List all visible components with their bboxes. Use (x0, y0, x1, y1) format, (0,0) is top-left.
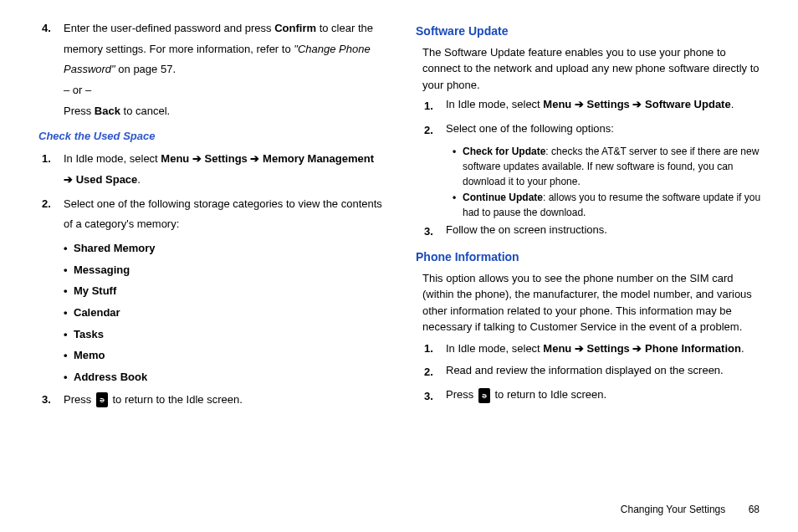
bullet-icon: • (64, 325, 74, 345)
step-number: 4. (42, 18, 64, 121)
list-item: 1. In Idle mode, select Menu ➔ Settings … (42, 149, 382, 190)
text: Enter the user-defined password and pres… (64, 22, 274, 34)
text-bold: Back (95, 105, 120, 117)
bullet-icon: • (64, 367, 74, 388)
text-bold: Phone Information (645, 342, 741, 355)
step-text: Enter the user-defined password and pres… (64, 18, 382, 121)
left-column: 4. Enter the user-defined password and p… (33, 17, 382, 494)
text: In Idle mode, select (446, 98, 543, 110)
arrow-icon: ➔ (632, 98, 642, 110)
bullet-item: •Address Book (64, 367, 382, 388)
text-bold: Software Update (645, 98, 731, 110)
list-item: 3. Follow the on screen instructions. (424, 222, 765, 243)
bullet-text: Calendar (74, 303, 382, 324)
step-text: Press ə to return to the Idle screen. (64, 390, 382, 411)
step-number: 3. (42, 390, 64, 411)
bullet-icon: • (64, 260, 74, 281)
step-text: Select one of the following storage cate… (64, 194, 382, 235)
footer-section: Changing Your Settings (621, 504, 725, 515)
list-item: 2. Select one of the following storage c… (42, 194, 382, 235)
text-bold: Check for Update (463, 146, 545, 157)
text-bold: Continue Update (463, 192, 543, 203)
bullet-text: Memo (74, 345, 382, 366)
arrow-icon: ➔ (632, 342, 642, 355)
step-text: Press ə to return to Idle screen. (446, 386, 765, 407)
text: Press Back to cancel. (64, 101, 382, 122)
bullet-item: •Tasks (64, 325, 382, 345)
bullet-text: Messaging (74, 260, 382, 281)
text-bold: Used Space (76, 173, 138, 186)
step-number: 3. (424, 222, 446, 243)
page-container: 4. Enter the user-defined password and p… (0, 0, 798, 494)
text-bold: Menu (543, 342, 571, 355)
bullet-item: • Check for Update: checks the AT&T serv… (453, 144, 765, 189)
step-text: In Idle mode, select Menu ➔ Settings ➔ S… (446, 96, 765, 117)
step-number: 2. (424, 120, 446, 141)
step-text: Select one of the following options: (446, 120, 765, 141)
bullet-text: Check for Update: checks the AT&T server… (463, 144, 765, 189)
step-number: 2. (424, 362, 446, 383)
bullet-icon: • (64, 303, 74, 324)
text-bold: Settings (587, 98, 630, 110)
bullet-text: Continue Update: allows you to resume th… (463, 190, 765, 220)
footer-page-number: 68 (749, 504, 760, 515)
bullet-text: Shared Memory (74, 238, 382, 259)
text-or: – or – (64, 80, 382, 101)
heading-software-update: Software Update (416, 20, 765, 43)
arrow-icon: ➔ (64, 173, 73, 186)
text-bold: Settings (587, 342, 630, 355)
text-bold: Confirm (274, 22, 316, 34)
list-item: 2. Read and review the information displ… (424, 362, 765, 383)
bullet-text: Tasks (74, 325, 382, 345)
list-item: 4. Enter the user-defined password and p… (42, 18, 382, 121)
right-column: Software Update The Software Update feat… (416, 17, 765, 494)
list-item: 1. In Idle mode, select Menu ➔ Settings … (424, 96, 765, 117)
bullet-icon: • (453, 190, 463, 220)
bullet-item: •Memo (64, 345, 382, 366)
paragraph: This option allows you to see the phone … (422, 270, 765, 335)
list-item: 2. Select one of the following options: (424, 120, 765, 141)
text: Press (446, 388, 477, 401)
text: In Idle mode, select (64, 152, 161, 165)
bullet-icon: • (64, 345, 74, 366)
text: In Idle mode, select (446, 342, 543, 355)
bullet-text: Address Book (74, 367, 382, 388)
bullet-text: My Stuff (74, 281, 382, 302)
subheading-check-used-space: Check the Used Space (38, 126, 382, 147)
bullet-icon: • (453, 144, 463, 189)
step-number: 1. (424, 339, 446, 360)
page-footer: Changing Your Settings 68 (621, 504, 760, 515)
text-bold: Menu (161, 152, 189, 165)
step-text: Read and review the information displaye… (446, 362, 765, 383)
step-text: Follow the on screen instructions. (446, 222, 765, 243)
bullet-item: •Shared Memory (64, 238, 382, 259)
step-number: 3. (424, 386, 446, 407)
heading-phone-information: Phone Information (416, 246, 765, 269)
text: to return to Idle screen. (492, 388, 606, 401)
arrow-icon: ➔ (575, 98, 584, 110)
text: Press (64, 105, 95, 117)
text-bold: Memory Management (263, 152, 374, 165)
text-bold: Settings (205, 152, 248, 165)
end-key-icon: ə (478, 388, 490, 403)
step-text: In Idle mode, select Menu ➔ Settings ➔ M… (64, 149, 382, 190)
step-number: 1. (424, 96, 446, 117)
text: to cancel. (120, 105, 170, 117)
list-item: 3. Press ə to return to the Idle screen. (42, 390, 382, 411)
bullet-icon: • (64, 238, 74, 259)
list-item: 3. Press ə to return to Idle screen. (424, 386, 765, 407)
arrow-icon: ➔ (575, 342, 584, 355)
arrow-icon: ➔ (250, 152, 259, 165)
step-text: In Idle mode, select Menu ➔ Settings ➔ P… (446, 339, 765, 360)
bullet-item: •My Stuff (64, 281, 382, 302)
text: on page 57. (115, 63, 176, 75)
paragraph: The Software Update feature enables you … (422, 44, 765, 94)
text: Press (64, 393, 95, 406)
bullet-item: • Continue Update: allows you to resume … (453, 190, 765, 220)
bullet-item: •Messaging (64, 260, 382, 281)
step-number: 2. (42, 194, 64, 235)
bullet-icon: • (64, 281, 74, 302)
text-bold: Menu (543, 98, 571, 110)
text: to return to the Idle screen. (110, 393, 243, 406)
arrow-icon: ➔ (192, 152, 202, 165)
